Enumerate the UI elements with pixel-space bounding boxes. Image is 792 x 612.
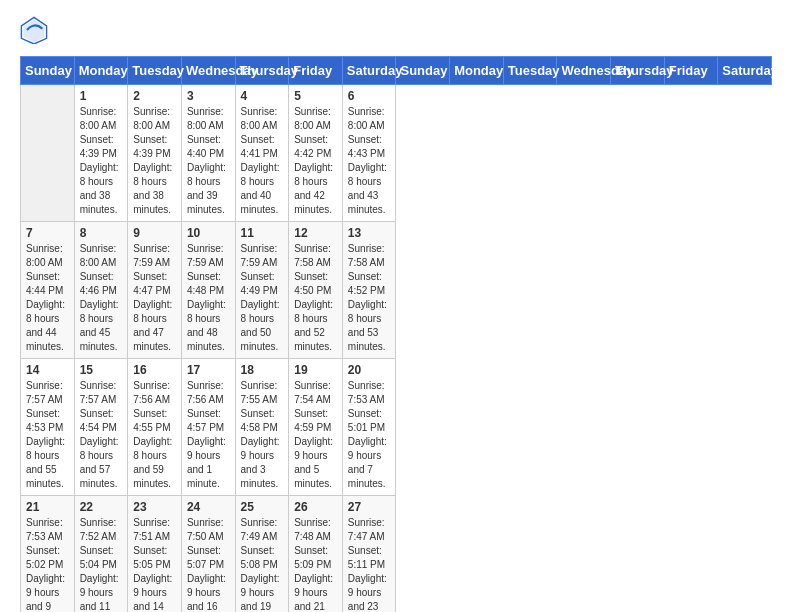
- day-number: 27: [348, 500, 391, 514]
- calendar-cell: 9Sunrise: 7:59 AMSunset: 4:47 PMDaylight…: [128, 222, 182, 359]
- week-row-2: 7Sunrise: 8:00 AMSunset: 4:44 PMDaylight…: [21, 222, 772, 359]
- day-number: 20: [348, 363, 391, 377]
- calendar-cell: 18Sunrise: 7:55 AMSunset: 4:58 PMDayligh…: [235, 359, 289, 496]
- calendar-cell: 24Sunrise: 7:50 AMSunset: 5:07 PMDayligh…: [181, 496, 235, 613]
- calendar-cell: 22Sunrise: 7:52 AMSunset: 5:04 PMDayligh…: [74, 496, 128, 613]
- weekday-monday: Monday: [450, 57, 504, 85]
- day-info: Sunrise: 7:57 AMSunset: 4:54 PMDaylight:…: [80, 379, 123, 491]
- day-number: 25: [241, 500, 284, 514]
- day-number: 16: [133, 363, 176, 377]
- day-info: Sunrise: 7:52 AMSunset: 5:04 PMDaylight:…: [80, 516, 123, 612]
- calendar-cell: 2Sunrise: 8:00 AMSunset: 4:39 PMDaylight…: [128, 85, 182, 222]
- weekday-saturday: Saturday: [718, 57, 772, 85]
- day-info: Sunrise: 7:55 AMSunset: 4:58 PMDaylight:…: [241, 379, 284, 491]
- day-info: Sunrise: 7:50 AMSunset: 5:07 PMDaylight:…: [187, 516, 230, 612]
- logo-icon: [20, 16, 48, 44]
- day-number: 19: [294, 363, 337, 377]
- page-header: [20, 16, 772, 44]
- day-number: 26: [294, 500, 337, 514]
- day-number: 18: [241, 363, 284, 377]
- weekday-header-thursday: Thursday: [235, 57, 289, 85]
- day-info: Sunrise: 7:54 AMSunset: 4:59 PMDaylight:…: [294, 379, 337, 491]
- day-info: Sunrise: 8:00 AMSunset: 4:42 PMDaylight:…: [294, 105, 337, 217]
- weekday-header-tuesday: Tuesday: [128, 57, 182, 85]
- weekday-header-saturday: Saturday: [342, 57, 396, 85]
- calendar-header-row: SundayMondayTuesdayWednesdayThursdayFrid…: [21, 57, 772, 85]
- day-number: 8: [80, 226, 123, 240]
- day-info: Sunrise: 8:00 AMSunset: 4:40 PMDaylight:…: [187, 105, 230, 217]
- day-number: 6: [348, 89, 391, 103]
- weekday-header-sunday: Sunday: [21, 57, 75, 85]
- calendar-cell: 1Sunrise: 8:00 AMSunset: 4:39 PMDaylight…: [74, 85, 128, 222]
- week-row-4: 21Sunrise: 7:53 AMSunset: 5:02 PMDayligh…: [21, 496, 772, 613]
- day-info: Sunrise: 7:51 AMSunset: 5:05 PMDaylight:…: [133, 516, 176, 612]
- calendar-cell: 7Sunrise: 8:00 AMSunset: 4:44 PMDaylight…: [21, 222, 75, 359]
- day-info: Sunrise: 7:56 AMSunset: 4:57 PMDaylight:…: [187, 379, 230, 491]
- weekday-wednesday: Wednesday: [557, 57, 611, 85]
- weekday-friday: Friday: [664, 57, 718, 85]
- weekday-tuesday: Tuesday: [503, 57, 557, 85]
- day-number: 1: [80, 89, 123, 103]
- weekday-sunday: Sunday: [396, 57, 450, 85]
- day-info: Sunrise: 7:53 AMSunset: 5:01 PMDaylight:…: [348, 379, 391, 491]
- day-number: 17: [187, 363, 230, 377]
- calendar-cell: 20Sunrise: 7:53 AMSunset: 5:01 PMDayligh…: [342, 359, 396, 496]
- day-number: 13: [348, 226, 391, 240]
- day-info: Sunrise: 8:00 AMSunset: 4:46 PMDaylight:…: [80, 242, 123, 354]
- calendar-cell: [21, 85, 75, 222]
- day-number: 22: [80, 500, 123, 514]
- day-info: Sunrise: 8:00 AMSunset: 4:39 PMDaylight:…: [133, 105, 176, 217]
- day-number: 23: [133, 500, 176, 514]
- week-row-3: 14Sunrise: 7:57 AMSunset: 4:53 PMDayligh…: [21, 359, 772, 496]
- calendar-cell: 16Sunrise: 7:56 AMSunset: 4:55 PMDayligh…: [128, 359, 182, 496]
- day-number: 15: [80, 363, 123, 377]
- day-info: Sunrise: 8:00 AMSunset: 4:41 PMDaylight:…: [241, 105, 284, 217]
- day-info: Sunrise: 8:00 AMSunset: 4:44 PMDaylight:…: [26, 242, 69, 354]
- calendar-cell: 10Sunrise: 7:59 AMSunset: 4:48 PMDayligh…: [181, 222, 235, 359]
- day-info: Sunrise: 7:53 AMSunset: 5:02 PMDaylight:…: [26, 516, 69, 612]
- weekday-header-wednesday: Wednesday: [181, 57, 235, 85]
- calendar-cell: 21Sunrise: 7:53 AMSunset: 5:02 PMDayligh…: [21, 496, 75, 613]
- calendar-cell: 27Sunrise: 7:47 AMSunset: 5:11 PMDayligh…: [342, 496, 396, 613]
- day-info: Sunrise: 8:00 AMSunset: 4:39 PMDaylight:…: [80, 105, 123, 217]
- day-number: 10: [187, 226, 230, 240]
- weekday-thursday: Thursday: [611, 57, 665, 85]
- calendar-cell: 26Sunrise: 7:48 AMSunset: 5:09 PMDayligh…: [289, 496, 343, 613]
- day-number: 21: [26, 500, 69, 514]
- day-info: Sunrise: 7:47 AMSunset: 5:11 PMDaylight:…: [348, 516, 391, 612]
- day-info: Sunrise: 7:58 AMSunset: 4:50 PMDaylight:…: [294, 242, 337, 354]
- week-row-1: 1Sunrise: 8:00 AMSunset: 4:39 PMDaylight…: [21, 85, 772, 222]
- logo: [20, 16, 52, 44]
- day-info: Sunrise: 7:57 AMSunset: 4:53 PMDaylight:…: [26, 379, 69, 491]
- day-info: Sunrise: 7:56 AMSunset: 4:55 PMDaylight:…: [133, 379, 176, 491]
- day-info: Sunrise: 7:59 AMSunset: 4:48 PMDaylight:…: [187, 242, 230, 354]
- calendar-cell: 19Sunrise: 7:54 AMSunset: 4:59 PMDayligh…: [289, 359, 343, 496]
- calendar-cell: 14Sunrise: 7:57 AMSunset: 4:53 PMDayligh…: [21, 359, 75, 496]
- calendar-cell: 12Sunrise: 7:58 AMSunset: 4:50 PMDayligh…: [289, 222, 343, 359]
- day-number: 9: [133, 226, 176, 240]
- day-info: Sunrise: 7:58 AMSunset: 4:52 PMDaylight:…: [348, 242, 391, 354]
- day-number: 24: [187, 500, 230, 514]
- calendar-cell: 17Sunrise: 7:56 AMSunset: 4:57 PMDayligh…: [181, 359, 235, 496]
- day-number: 4: [241, 89, 284, 103]
- day-number: 2: [133, 89, 176, 103]
- day-info: Sunrise: 8:00 AMSunset: 4:43 PMDaylight:…: [348, 105, 391, 217]
- day-number: 11: [241, 226, 284, 240]
- calendar-cell: 11Sunrise: 7:59 AMSunset: 4:49 PMDayligh…: [235, 222, 289, 359]
- calendar-table: SundayMondayTuesdayWednesdayThursdayFrid…: [20, 56, 772, 612]
- day-number: 12: [294, 226, 337, 240]
- calendar-cell: 6Sunrise: 8:00 AMSunset: 4:43 PMDaylight…: [342, 85, 396, 222]
- calendar-cell: 3Sunrise: 8:00 AMSunset: 4:40 PMDaylight…: [181, 85, 235, 222]
- day-info: Sunrise: 7:48 AMSunset: 5:09 PMDaylight:…: [294, 516, 337, 612]
- day-number: 14: [26, 363, 69, 377]
- calendar-cell: 8Sunrise: 8:00 AMSunset: 4:46 PMDaylight…: [74, 222, 128, 359]
- weekday-header-friday: Friday: [289, 57, 343, 85]
- day-number: 7: [26, 226, 69, 240]
- calendar-cell: 13Sunrise: 7:58 AMSunset: 4:52 PMDayligh…: [342, 222, 396, 359]
- weekday-header-monday: Monday: [74, 57, 128, 85]
- calendar-cell: 4Sunrise: 8:00 AMSunset: 4:41 PMDaylight…: [235, 85, 289, 222]
- day-number: 5: [294, 89, 337, 103]
- calendar-cell: 5Sunrise: 8:00 AMSunset: 4:42 PMDaylight…: [289, 85, 343, 222]
- day-info: Sunrise: 7:49 AMSunset: 5:08 PMDaylight:…: [241, 516, 284, 612]
- day-info: Sunrise: 7:59 AMSunset: 4:49 PMDaylight:…: [241, 242, 284, 354]
